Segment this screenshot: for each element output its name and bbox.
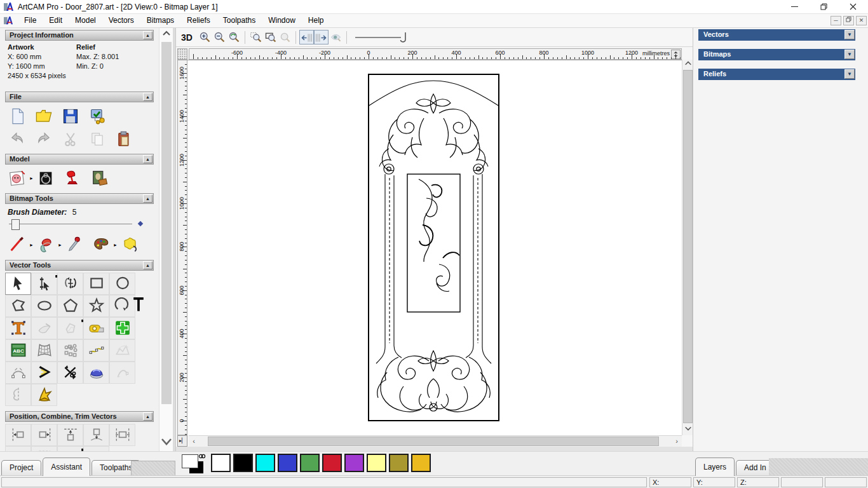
flyout-caret-icon[interactable]: ► [29, 176, 34, 180]
create-arc-tool[interactable] [109, 295, 135, 317]
align-centre-button[interactable] [109, 424, 135, 446]
trim-vectors-tool[interactable] [57, 362, 83, 384]
paste-text-block-tool[interactable]: ABC [5, 339, 31, 362]
section-project-information[interactable]: Project Information ▲ [5, 30, 154, 41]
scrollbar-thumb[interactable] [208, 437, 659, 446]
menu-vectors[interactable]: Vectors [102, 14, 140, 28]
next-bitmap-button[interactable] [314, 30, 329, 44]
fit-curve-tool[interactable] [5, 362, 31, 384]
select-vectors-tool[interactable] [5, 273, 31, 295]
palette-swatch[interactable] [211, 454, 231, 472]
primary-colour-swatch[interactable] [182, 454, 198, 468]
open-model-button[interactable] [33, 106, 55, 126]
offset-disabled-tool[interactable] [57, 317, 83, 339]
scroll-left-icon[interactable]: ‹ [189, 436, 199, 447]
lighting-button[interactable] [62, 168, 83, 188]
model-wizard-button[interactable] [86, 106, 108, 126]
menu-file[interactable]: File [18, 14, 43, 28]
zoom-objects-button[interactable] [278, 30, 292, 44]
create-polyline-tool[interactable] [5, 295, 31, 317]
mdi-close-button[interactable]: ✕ [856, 16, 867, 25]
node-editing-tool[interactable] [31, 273, 57, 295]
door-artwork[interactable] [368, 74, 499, 421]
centre-in-page-2-button[interactable] [31, 446, 57, 451]
palette-swatch[interactable] [278, 454, 297, 472]
create-polygon-tool[interactable] [57, 295, 83, 317]
bitmap-contrast-slider[interactable] [355, 30, 412, 44]
palette-button[interactable] [90, 234, 112, 255]
section-vector-tools[interactable]: Vector Tools ▲ [5, 260, 154, 271]
collapse-icon[interactable]: ▲ [143, 155, 153, 163]
flyout-caret-icon[interactable]: ► [29, 243, 34, 247]
restore-button[interactable] [810, 0, 838, 14]
paint-button[interactable] [6, 234, 28, 255]
primary-secondary-colours[interactable] [180, 453, 208, 475]
centre-in-page-button[interactable] [5, 446, 31, 451]
load-bitmap-button[interactable] [88, 168, 110, 188]
drawing-canvas[interactable] [187, 60, 682, 435]
fit-arcs-tool[interactable] [83, 339, 109, 362]
menu-window[interactable]: Window [262, 14, 302, 28]
slider-thumb[interactable] [11, 219, 20, 230]
sketch-vectors-tool[interactable] [109, 339, 135, 362]
menu-reliefs[interactable]: Reliefs [180, 14, 217, 28]
align-left-button[interactable] [5, 424, 31, 446]
create-circle-tool[interactable] [109, 273, 135, 295]
centre-in-page-3-button[interactable] [57, 446, 83, 451]
scroll-up-icon[interactable] [161, 29, 172, 39]
vector-doctor-tool[interactable] [31, 317, 57, 339]
palette-swatch[interactable] [411, 454, 431, 472]
palette-swatch[interactable] [389, 454, 409, 472]
colour-picker-button[interactable] [64, 234, 85, 255]
palette-swatch[interactable] [233, 454, 253, 472]
create-ellipse-tool[interactable] [31, 295, 57, 317]
nesting-button[interactable]: Nes [109, 446, 135, 451]
panel-section-vectors[interactable]: Vectors▼ [698, 29, 855, 41]
interactive-sculpting-tool[interactable] [83, 362, 109, 384]
bitmap-visibility-button[interactable] [329, 30, 343, 44]
redo-button[interactable] [33, 129, 55, 149]
align-bottom-button[interactable] [83, 424, 109, 446]
mdi-restore-button[interactable] [843, 16, 854, 25]
scrollbar-thumb[interactable] [161, 42, 172, 404]
panel-section-reliefs[interactable]: Reliefs▼ [698, 69, 855, 80]
paste-button[interactable] [113, 129, 135, 149]
menu-bitmaps[interactable]: Bitmaps [140, 14, 180, 28]
slider-handle[interactable] [400, 32, 409, 44]
expand-section-icon[interactable]: ▼ [844, 50, 855, 59]
envelope-distortion-tool[interactable] [31, 339, 57, 362]
zoom-out-button[interactable] [212, 30, 227, 44]
palette-swatch[interactable] [322, 454, 342, 472]
collapse-icon[interactable]: ▲ [143, 261, 153, 269]
collapse-icon[interactable]: ▲ [143, 412, 153, 421]
align-top-button[interactable] [57, 424, 83, 446]
collapse-icon[interactable]: ▲ [143, 194, 153, 203]
collapse-icon[interactable]: ▲ [143, 31, 153, 39]
canvas-vertical-scrollbar[interactable] [682, 60, 693, 435]
close-button[interactable] [839, 0, 867, 14]
collapse-icon[interactable]: ▲ [143, 93, 153, 101]
tab-layers[interactable]: Layers [695, 458, 735, 476]
menu-edit[interactable]: Edit [43, 14, 69, 28]
measure-tool[interactable] [83, 317, 109, 339]
palette-swatch[interactable] [344, 454, 364, 472]
flyout-caret-icon[interactable]: ► [113, 243, 118, 247]
expand-section-icon[interactable]: ▼ [844, 69, 855, 79]
scrollbar-thumb[interactable] [683, 70, 693, 423]
mdi-minimize-button[interactable]: ─ [831, 16, 841, 25]
tab-project[interactable]: Project [1, 460, 41, 476]
palette-swatch[interactable] [300, 454, 320, 472]
section-model[interactable]: Model ▲ [5, 154, 154, 165]
pane-toggle-button[interactable]: ▸▏ [177, 435, 187, 447]
palette-swatch[interactable] [255, 454, 275, 472]
section-bitmap-tools[interactable]: Bitmap Tools ▲ [5, 193, 154, 204]
cut-button[interactable] [60, 129, 81, 149]
create-text-tool[interactable] [5, 317, 31, 339]
menu-toolpaths[interactable]: Toolpaths [217, 14, 262, 28]
assistant-scrollbar[interactable] [159, 28, 173, 451]
offset-vector-tool[interactable] [31, 362, 57, 384]
minimize-button[interactable] [780, 0, 809, 14]
zoom-fit-button[interactable] [263, 30, 278, 44]
zoom-previous-button[interactable] [227, 30, 241, 44]
previous-bitmap-button[interactable] [299, 30, 314, 44]
